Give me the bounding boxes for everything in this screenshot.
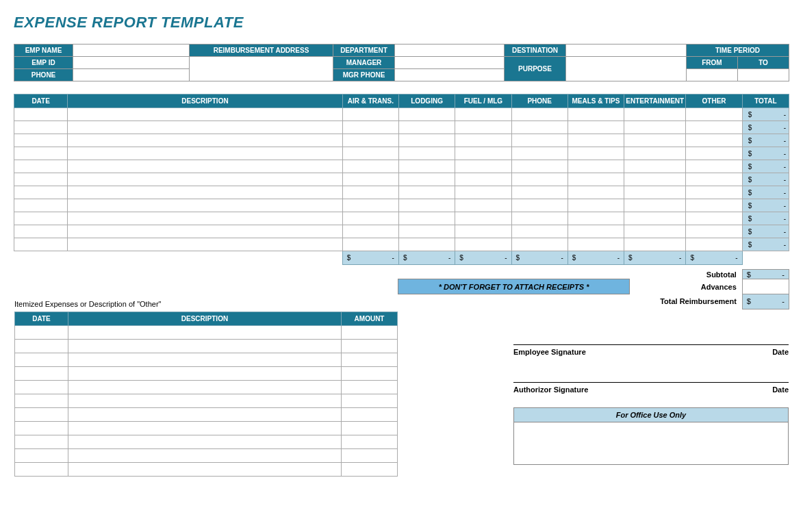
expense-cell[interactable] xyxy=(686,160,742,173)
expense-cell[interactable] xyxy=(568,173,624,186)
expense-row[interactable]: $- xyxy=(14,134,789,147)
expense-cell[interactable] xyxy=(398,173,455,186)
item-cell[interactable] xyxy=(68,435,341,448)
item-cell[interactable] xyxy=(68,339,341,353)
item-row[interactable] xyxy=(15,339,398,353)
expense-cell[interactable] xyxy=(511,147,568,160)
field-destination[interactable] xyxy=(566,45,687,57)
expense-cell[interactable] xyxy=(68,199,342,212)
item-row[interactable] xyxy=(15,380,398,394)
expense-row[interactable]: $- xyxy=(14,199,789,212)
field-manager[interactable] xyxy=(395,57,505,69)
expense-row[interactable]: $- xyxy=(14,225,789,238)
expense-cell[interactable] xyxy=(342,134,398,147)
expense-cell[interactable] xyxy=(342,108,398,121)
expense-cell[interactable] xyxy=(568,199,624,212)
expense-cell[interactable] xyxy=(68,160,342,173)
expense-cell[interactable] xyxy=(398,121,455,134)
item-cell[interactable] xyxy=(15,407,68,421)
item-cell[interactable] xyxy=(15,366,68,380)
field-phone[interactable] xyxy=(73,69,190,81)
expense-cell[interactable] xyxy=(511,160,568,173)
expense-cell[interactable] xyxy=(624,186,686,199)
expense-cell[interactable] xyxy=(68,225,342,238)
expense-cell[interactable] xyxy=(398,225,455,238)
expense-cell[interactable] xyxy=(342,121,398,134)
expense-cell[interactable] xyxy=(68,121,342,134)
expense-cell[interactable] xyxy=(398,108,455,121)
expense-cell[interactable] xyxy=(511,238,568,251)
expense-cell[interactable] xyxy=(398,238,455,251)
expense-cell[interactable] xyxy=(686,134,742,147)
expense-cell[interactable] xyxy=(624,160,686,173)
field-purpose[interactable] xyxy=(566,57,687,81)
expense-cell[interactable] xyxy=(342,147,398,160)
item-cell[interactable] xyxy=(342,325,398,339)
item-cell[interactable] xyxy=(342,353,398,366)
field-emp-id[interactable] xyxy=(73,57,190,69)
item-row[interactable] xyxy=(15,394,398,407)
item-row[interactable] xyxy=(15,421,398,435)
expense-cell[interactable] xyxy=(14,212,68,225)
expense-cell[interactable] xyxy=(568,134,624,147)
expense-cell[interactable] xyxy=(68,173,342,186)
field-mgr-phone[interactable] xyxy=(395,69,505,81)
expense-cell[interactable] xyxy=(686,147,742,160)
expense-cell[interactable] xyxy=(624,134,686,147)
expense-cell[interactable] xyxy=(342,212,398,225)
item-cell[interactable] xyxy=(342,435,398,448)
item-cell[interactable] xyxy=(342,407,398,421)
expense-cell[interactable] xyxy=(342,225,398,238)
expense-cell[interactable] xyxy=(686,238,742,251)
expense-row[interactable]: $- xyxy=(14,173,789,186)
item-cell[interactable] xyxy=(68,421,341,435)
expense-cell[interactable] xyxy=(511,225,568,238)
field-from[interactable] xyxy=(687,69,738,81)
item-cell[interactable] xyxy=(68,380,341,394)
expense-cell[interactable] xyxy=(568,225,624,238)
expense-cell[interactable] xyxy=(14,225,68,238)
expense-cell[interactable] xyxy=(68,147,342,160)
expense-cell[interactable] xyxy=(568,160,624,173)
expense-cell[interactable] xyxy=(624,212,686,225)
expense-cell[interactable] xyxy=(14,173,68,186)
item-cell[interactable] xyxy=(15,462,68,476)
field-reimb-addr[interactable] xyxy=(190,57,333,81)
expense-cell[interactable] xyxy=(455,147,511,160)
item-row[interactable] xyxy=(15,353,398,366)
expense-cell[interactable] xyxy=(686,225,742,238)
expense-cell[interactable] xyxy=(68,108,342,121)
expense-cell[interactable] xyxy=(455,199,511,212)
item-cell[interactable] xyxy=(68,448,341,462)
expense-cell[interactable] xyxy=(568,212,624,225)
expense-cell[interactable] xyxy=(511,186,568,199)
expense-cell[interactable] xyxy=(14,238,68,251)
expense-cell[interactable] xyxy=(14,147,68,160)
expense-cell[interactable] xyxy=(455,212,511,225)
expense-cell[interactable] xyxy=(568,108,624,121)
expense-cell[interactable] xyxy=(14,134,68,147)
expense-cell[interactable] xyxy=(398,134,455,147)
item-cell[interactable] xyxy=(15,325,68,339)
expense-cell[interactable] xyxy=(455,225,511,238)
expense-cell[interactable] xyxy=(511,199,568,212)
expense-cell[interactable] xyxy=(342,186,398,199)
item-cell[interactable] xyxy=(68,462,341,476)
expense-cell[interactable] xyxy=(68,238,342,251)
expense-cell[interactable] xyxy=(624,225,686,238)
expense-cell[interactable] xyxy=(568,147,624,160)
expense-cell[interactable] xyxy=(398,160,455,173)
expense-cell[interactable] xyxy=(14,199,68,212)
expense-row[interactable]: $- xyxy=(14,238,789,251)
item-cell[interactable] xyxy=(342,339,398,353)
item-row[interactable] xyxy=(15,462,398,476)
item-cell[interactable] xyxy=(15,353,68,366)
expense-cell[interactable] xyxy=(686,186,742,199)
expense-cell[interactable] xyxy=(455,160,511,173)
expense-cell[interactable] xyxy=(342,160,398,173)
expense-row[interactable]: $- xyxy=(14,186,789,199)
item-row[interactable] xyxy=(15,366,398,380)
expense-row[interactable]: $- xyxy=(14,121,789,134)
expense-cell[interactable] xyxy=(455,173,511,186)
value-advances[interactable] xyxy=(742,279,789,294)
